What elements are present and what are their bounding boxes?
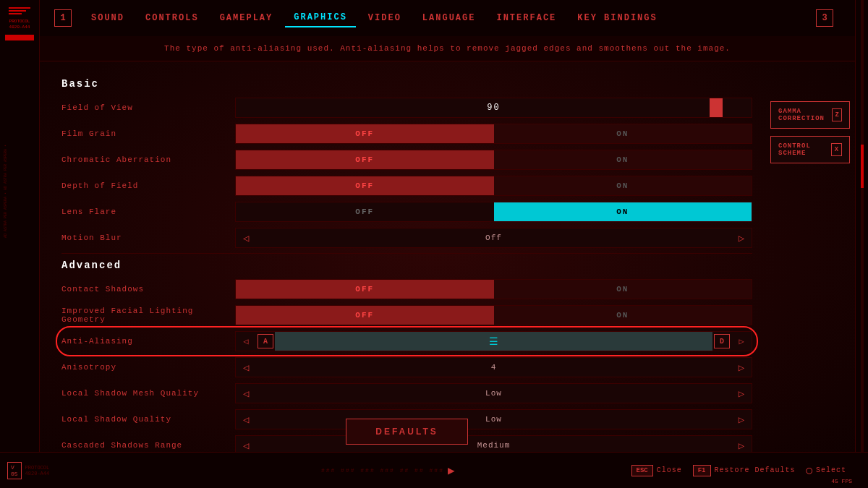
lens-flare-off[interactable]: OFF [236,202,494,221]
lens-flare-control[interactable]: OFF ON [235,202,752,222]
nav-item-graphics[interactable]: GRAPHICS [285,9,356,27]
fov-label: Field of View [61,103,235,112]
logo-line-2 [9,10,26,12]
nav-item-language[interactable]: LANGUAGE [414,9,485,27]
aa-center: ☰ [275,332,712,351]
shadow-mesh-value: Low [256,389,731,398]
anisotropy-next[interactable]: ▷ [731,358,752,377]
version-box: V 05 [7,462,22,479]
facial-lighting-off[interactable]: OFF [236,306,494,325]
chromatic-toggle[interactable]: OFF ON [235,150,752,170]
facial-lighting-toggle[interactable]: OFF ON [235,305,752,325]
anisotropy-label: Anisotropy [61,363,235,372]
version-badge: V 05 PROTOCOL4820-A44 [7,462,49,479]
gamma-button-badge: Z [832,108,842,121]
section-advanced-header: Advanced [61,260,752,271]
nav-item-keybindings[interactable]: KEY BINDINGS [569,9,665,27]
setting-shadow-mesh: Local Shadow Mesh Quality ◁ Low ▷ [61,382,752,404]
gamma-button-text: GAMMA CORRECTION [778,108,832,122]
film-grain-label: Film Grain [61,129,235,138]
nav-item-interface[interactable]: INTERFACE [488,9,565,27]
restore-key: F1 [693,465,711,476]
section-basic-header: Basic [61,78,752,90]
aa-selector[interactable]: ◁ A ☰ D ▷ [235,331,752,351]
control-scheme-button[interactable]: CONTROL SCHEME X [770,136,850,163]
film-grain-off[interactable]: OFF [236,124,494,143]
shadow-mesh-selector[interactable]: ◁ Low ▷ [235,383,752,403]
setting-dof: Depth of Field OFF ON [61,175,752,197]
film-grain-on[interactable]: ON [494,124,752,143]
shadow-mesh-prev[interactable]: ◁ [236,384,256,403]
defaults-button[interactable]: DEFAULTS [346,419,467,445]
motion-blur-control[interactable]: ◁ Off ▷ [235,228,752,248]
anisotropy-selector[interactable]: ◁ 4 ▷ [235,357,752,377]
bottom-center-line: ### ### ### ### ## ## ### [321,467,444,474]
motion-blur-label: Motion Blur [61,234,235,242]
lens-flare-label: Lens Flare [61,207,235,216]
section-divider [61,253,752,254]
select-icon: ◯ [807,464,812,476]
motion-blur-selector[interactable]: ◁ Off ▷ [235,228,752,248]
motion-blur-next[interactable]: ▷ [731,228,752,247]
fov-value: 90 [236,103,752,113]
close-action: ESC Close [631,465,682,476]
control-button-text: CONTROL SCHEME [778,142,831,157]
aa-prev[interactable]: ◁ [236,332,256,351]
nav-badge-right: 3 [816,9,833,27]
chromatic-off[interactable]: OFF [236,150,494,169]
logo-bar [5,35,34,40]
facial-lighting-control[interactable]: OFF ON [235,305,752,325]
nav-item-sound[interactable]: SOUND [82,9,133,27]
motion-blur-prev[interactable]: ◁ [236,228,256,247]
restore-action: F1 Restore Defaults [693,465,796,476]
defaults-section: DEFAULTS [40,419,774,445]
close-label: Close [657,466,682,474]
dof-control[interactable]: OFF ON [235,176,752,196]
anisotropy-control[interactable]: ◁ 4 ▷ [235,357,752,377]
film-grain-toggle[interactable]: OFF ON [235,124,752,144]
aa-next[interactable]: ▷ [731,332,752,351]
contact-shadows-off[interactable]: OFF [236,280,494,299]
film-grain-control[interactable]: OFF ON [235,124,752,144]
anisotropy-prev[interactable]: ◁ [236,358,256,377]
dof-on[interactable]: ON [494,176,752,195]
nav-item-gameplay[interactable]: GAMEPLAY [211,9,282,27]
dof-label: Depth of Field [61,181,235,190]
facial-lighting-label: Improved Facial Lighting Geometry [61,307,235,324]
anisotropy-value: 4 [256,363,731,372]
gamma-correction-button[interactable]: GAMMA CORRECTION Z [770,101,850,129]
description-bar: The type of anti-aliasing used. Anti-ali… [40,36,855,61]
dof-off[interactable]: OFF [236,176,494,195]
anti-aliasing-label: Anti-Aliasing [61,337,235,346]
anti-aliasing-control[interactable]: ◁ A ☰ D ▷ [235,331,752,351]
scrollbar-thumb [861,145,864,188]
chromatic-control[interactable]: OFF ON [235,150,752,170]
nav-item-video[interactable]: VIDEO [359,9,410,27]
scrollbar-track [861,0,864,488]
version-label: V [11,464,14,471]
setting-fov: Field of View 90 [61,97,752,119]
chromatic-on[interactable]: ON [494,150,752,169]
main-content: Basic Field of View 90 Film Grain OFF ON… [40,61,774,452]
motion-blur-value: Off [256,234,731,242]
fov-slider[interactable]: 90 [235,98,752,118]
fov-control[interactable]: 90 [235,98,752,118]
setting-lens-flare: Lens Flare OFF ON [61,201,752,223]
nav-badge-left: 1 [54,9,72,27]
lens-flare-on[interactable]: ON [494,202,752,221]
scrollbar[interactable] [855,0,868,488]
bottom-center: ### ### ### ### ## ## ### ▶ [145,463,631,478]
shadow-mesh-next[interactable]: ▷ [731,384,752,403]
fps-display: 45 FPS [831,478,852,484]
close-key: ESC [631,465,653,476]
contact-shadows-control[interactable]: OFF ON [235,279,752,299]
contact-shadows-on[interactable]: ON [494,280,752,299]
contact-shadows-toggle[interactable]: OFF ON [235,279,752,299]
dof-toggle[interactable]: OFF ON [235,176,752,196]
lens-flare-toggle[interactable]: OFF ON [235,202,752,222]
nav-item-controls[interactable]: CONTROLS [137,9,208,27]
facial-lighting-on[interactable]: ON [494,306,752,325]
logo-line-1 [9,7,30,9]
shadow-mesh-control[interactable]: ◁ Low ▷ [235,383,752,403]
chromatic-label: Chromatic Aberration [61,155,235,164]
